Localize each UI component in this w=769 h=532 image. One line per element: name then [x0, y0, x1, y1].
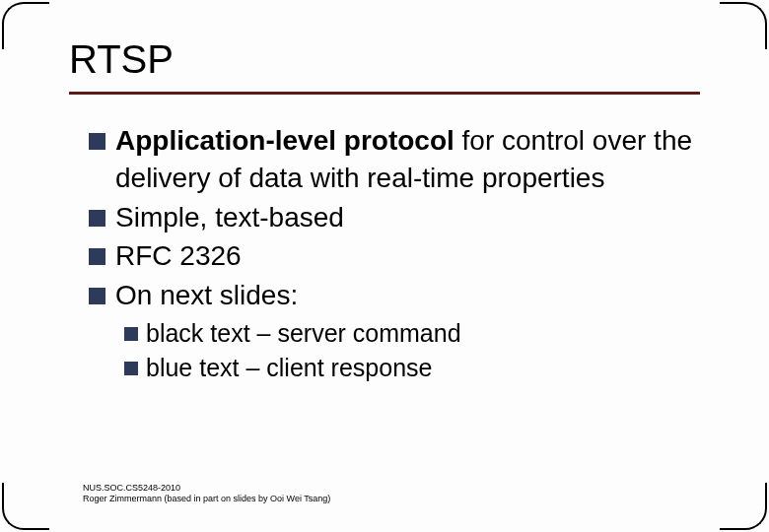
sub-bullet-item: blue text – client response — [124, 351, 700, 385]
slide-footer: NUS.SOC.CS5248-2010 Roger Zimmermann (ba… — [83, 483, 330, 505]
bullet-square-icon — [89, 133, 105, 150]
corner-decoration — [2, 483, 49, 530]
slide: RTSP Application-level protocol for cont… — [0, 0, 769, 532]
bullet-item: Application-level protocol for control o… — [89, 122, 700, 197]
bullet-text: Application-level protocol for control o… — [115, 122, 700, 197]
bullet-text: Simple, text-based — [115, 199, 700, 236]
corner-decoration — [720, 483, 767, 530]
bullet-item: On next slides: — [89, 277, 700, 314]
bullet-text: RFC 2326 — [115, 237, 700, 275]
corner-decoration — [720, 2, 767, 49]
bullet-bold: Application-level protocol — [115, 125, 454, 156]
slide-content: Application-level protocol for control o… — [69, 122, 700, 385]
slide-title: RTSP — [69, 37, 700, 95]
bullet-text: On next slides: — [115, 277, 700, 314]
bullet-square-icon — [89, 210, 105, 227]
sub-bullet-text: blue text – client response — [146, 351, 432, 385]
bullet-square-icon — [124, 362, 138, 375]
bullet-square-icon — [124, 327, 138, 341]
sub-bullet-text: black text – server command — [146, 316, 461, 351]
corner-decoration — [2, 2, 49, 49]
bullet-item: RFC 2326 — [89, 237, 700, 275]
bullet-square-icon — [89, 248, 105, 265]
bullet-square-icon — [89, 288, 105, 304]
bullet-item: Simple, text-based — [89, 199, 700, 236]
sub-bullet-item: black text – server command — [124, 316, 700, 351]
sub-bullet-list: black text – server command blue text – … — [89, 316, 700, 385]
footer-line: Roger Zimmermann (based in part on slide… — [83, 494, 330, 504]
footer-line: NUS.SOC.CS5248-2010 — [83, 483, 330, 494]
